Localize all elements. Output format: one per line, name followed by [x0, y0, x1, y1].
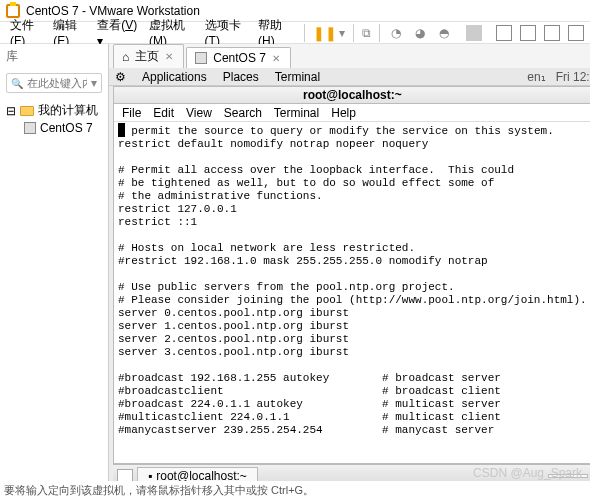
library-sidebar: 库 ▾ ⊟ 我的计算机 CentOS 7: [0, 44, 109, 500]
send-icon[interactable]: ⧉: [362, 26, 371, 40]
layout2-icon[interactable]: [520, 25, 536, 41]
snapshot-revert-icon[interactable]: ◓: [436, 25, 452, 41]
term-menu-help[interactable]: Help: [331, 106, 356, 120]
tree-root-label: 我的计算机: [38, 102, 98, 119]
snapshot-icon[interactable]: ◔: [388, 25, 404, 41]
gnome-top-bar: ⚙ Applications Places Terminal en₁ Fri 1…: [109, 68, 590, 86]
tab-centos-label: CentOS 7: [213, 51, 266, 65]
library-search[interactable]: ▾: [6, 73, 102, 93]
terminal-body[interactable]: # permit the source to query or modify t…: [114, 122, 590, 463]
divider: [379, 24, 380, 42]
vm-icon: [195, 52, 207, 64]
gnome-apps-icon[interactable]: ⚙: [115, 70, 126, 84]
gnome-time: Fri 12:: [556, 70, 590, 84]
term-menu-search[interactable]: Search: [224, 106, 262, 120]
folder-icon: [20, 106, 34, 116]
content-area: ⌂ 主页 ✕ CentOS 7 ✕ ⚙ Applications Places …: [109, 44, 590, 500]
tree-root[interactable]: ⊟ 我的计算机: [6, 101, 102, 120]
tree-vm-item[interactable]: CentOS 7: [6, 120, 102, 136]
tab-bar: ⌂ 主页 ✕ CentOS 7 ✕: [109, 44, 590, 68]
close-icon[interactable]: ✕: [272, 53, 280, 64]
tab-home-label: 主页: [135, 48, 159, 65]
gnome-places[interactable]: Places: [223, 70, 259, 84]
vmware-icon: [6, 4, 20, 18]
search-input[interactable]: [27, 77, 87, 89]
gnome-lang[interactable]: en₁: [527, 70, 545, 84]
tab-centos[interactable]: CentOS 7 ✕: [186, 47, 291, 68]
fullscreen-icon[interactable]: [568, 25, 584, 41]
terminal-window: File Edit View Search Terminal Help # pe…: [113, 104, 590, 464]
vm-tree: ⊟ 我的计算机 CentOS 7: [0, 97, 108, 140]
dropdown-icon[interactable]: ▾: [91, 76, 97, 90]
dropdown-icon[interactable]: ▾: [339, 26, 345, 40]
term-menu-view[interactable]: View: [186, 106, 212, 120]
layout1-icon[interactable]: [496, 25, 512, 41]
close-icon[interactable]: ✕: [165, 51, 173, 62]
term-menu-terminal[interactable]: Terminal: [274, 106, 319, 120]
tab-home[interactable]: ⌂ 主页 ✕: [113, 44, 184, 68]
pause-icon[interactable]: ❚❚: [313, 25, 337, 41]
collapse-icon[interactable]: ⊟: [6, 104, 16, 118]
gnome-terminal[interactable]: Terminal: [275, 70, 320, 84]
term-menu-edit[interactable]: Edit: [153, 106, 174, 120]
status-bar: 要将输入定向到该虚拟机，请将鼠标指针移入其中或按 Ctrl+G。: [0, 481, 590, 500]
tree-vm-label: CentOS 7: [40, 121, 93, 135]
layout3-icon[interactable]: [544, 25, 560, 41]
vm-icon: [24, 122, 36, 134]
search-icon: [11, 76, 23, 90]
snapshot-mgr-icon[interactable]: ◕: [412, 25, 428, 41]
divider: [353, 24, 354, 42]
term-menu-file[interactable]: File: [122, 106, 141, 120]
divider: [466, 25, 482, 41]
menubar: 文件(F) 编辑(E) 查看(V) ▾ 虚拟机(M) 选项卡(T) 帮助(H) …: [0, 22, 590, 44]
terminal-menubar: File Edit View Search Terminal Help: [114, 104, 590, 122]
home-icon: ⌂: [122, 50, 129, 64]
divider: [304, 24, 305, 42]
taskbar-tray[interactable]: [548, 474, 588, 478]
gnome-apps[interactable]: Applications: [142, 70, 207, 84]
library-title: 库: [0, 44, 108, 69]
terminal-window-title: root@localhost:~: [113, 86, 590, 104]
